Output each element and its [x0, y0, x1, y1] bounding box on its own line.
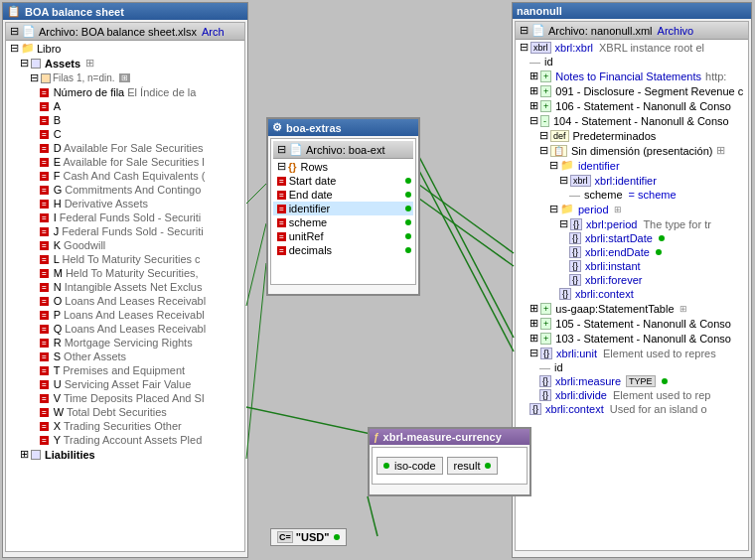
plus-icon: + [540, 70, 551, 82]
dash: — [539, 361, 550, 373]
tree-n[interactable]: = N Intangible Assets Net Exclus [6, 280, 244, 294]
tree-p[interactable]: = P Loans And Leases Receivabl [6, 308, 244, 322]
tree-l[interactable]: = L Held To Maturity Securities c [6, 252, 244, 266]
expand-icon[interactable]: ⊟ [520, 41, 528, 54]
tree-b[interactable]: = B [6, 113, 244, 127]
field-unitref[interactable]: = unitRef [273, 229, 413, 243]
tree-xbrl-period[interactable]: ⊟ {} xbrl:period The type for tr [516, 216, 748, 231]
tree-i[interactable]: = I Federal Funds Sold - Securiti [6, 210, 244, 224]
tree-assets[interactable]: ⊟ Assets ⊞ [6, 56, 244, 70]
tree-f[interactable]: = F Cash And Cash Equivalents ( [6, 169, 244, 183]
expand-icon[interactable]: ⊞ [20, 448, 29, 461]
tree-r[interactable]: = R Mortgage Servicing Rights [6, 336, 244, 350]
tree-xbrl-divide[interactable]: {} xbrli:divide Element used to rep [516, 388, 748, 402]
tree-instant[interactable]: {} xbrli:instant [516, 259, 748, 273]
tree-e[interactable]: = E Available for Sale Securities l [6, 155, 244, 169]
tree-identifier-folder[interactable]: ⊟ 📁 identifier [516, 158, 748, 173]
extras-rows[interactable]: ⊟ {} Rows [273, 159, 413, 174]
expand-icon[interactable]: ⊟ [549, 159, 558, 172]
tree-j[interactable]: = J Federal Funds Sold - Securiti [6, 224, 244, 238]
tree-scheme[interactable]: — scheme = scheme [516, 188, 748, 202]
tree-us-gaap[interactable]: ⊞ + us-gaap:StatementTable ⊞ [516, 301, 748, 316]
expand-icon[interactable]: ⊟ [277, 160, 286, 173]
tree-notes[interactable]: ⊞ + Notes to Financial Statements http: [516, 69, 748, 83]
tree-xbrl-context2[interactable]: {} xbrli:context Used for an island o [516, 402, 748, 416]
tree-libro[interactable]: ⊟ 📁 Libro [6, 41, 244, 56]
tree-w[interactable]: = W Total Debt Securities [6, 405, 244, 419]
expand-icon[interactable]: ⊞ [529, 84, 538, 97]
expand-icon[interactable]: ⊞ [529, 70, 538, 82]
expand-icon[interactable]: ⊟ [20, 57, 29, 70]
expand-icon[interactable]: ⊟ [10, 25, 19, 38]
result-field[interactable]: result [447, 457, 499, 475]
tree-d[interactable]: = D Available For Sale Securities [6, 141, 244, 155]
tree-u[interactable]: = U Servicing Asset Fair Value [6, 377, 244, 391]
tree-forever[interactable]: {} xbrli:forever [516, 273, 748, 287]
tree-xbrl-measure[interactable]: {} xbrli:measure TYPE [516, 374, 748, 388]
expand-icon[interactable]: ⊟ [559, 174, 568, 187]
xbrl-divide-label: xbrli:divide [555, 389, 607, 401]
expand-icon[interactable]: ⊟ [277, 143, 286, 156]
tree-g[interactable]: = G Commitments And Contingo [6, 183, 244, 197]
tree-liabilities[interactable]: ⊞ Liabilities [6, 447, 244, 462]
tree-period-folder[interactable]: ⊟ 📁 period ⊞ [516, 202, 748, 216]
expand-icon[interactable]: ⊟ [559, 217, 568, 230]
expand-icon[interactable]: ⊞ [529, 99, 538, 112]
field-icon: = [40, 227, 49, 236]
expand-icon[interactable]: ⊟ [30, 71, 39, 84]
field-decimals[interactable]: = decimals [273, 243, 413, 257]
field-scheme[interactable]: = scheme [273, 215, 413, 229]
tree-xbrl-context[interactable]: {} xbrli:context [516, 287, 748, 301]
tree-end-date[interactable]: {} xbrli:endDate [516, 245, 748, 259]
expand-icon[interactable]: ⊟ [10, 42, 19, 55]
tree-106[interactable]: ⊞ + 106 - Statement - Nanonull & Conso [516, 98, 748, 113]
expand-icon[interactable]: ⊟ [529, 114, 538, 127]
tree-xbrl-unit[interactable]: ⊟ {} xbrli:unit Element used to repres [516, 346, 748, 360]
expand-icon[interactable]: ⊞ [529, 302, 538, 315]
field-end-date[interactable]: = End date [273, 188, 413, 202]
field-icon: = [40, 186, 49, 195]
iso-code-field[interactable]: iso-code [377, 457, 443, 475]
tree-c[interactable]: = C [6, 127, 244, 141]
103-label: 103 - Statement - Nanonull & Conso [555, 333, 731, 345]
tree-predeterminados[interactable]: ⊟ def Predeterminados [516, 128, 748, 143]
tree-104[interactable]: ⊟ - 104 - Statement - Nanonull & Conso [516, 113, 748, 128]
tree-h[interactable]: = H Derivative Assets [6, 197, 244, 210]
expand-icon[interactable]: ⊟ [539, 144, 548, 157]
tree-num-fila[interactable]: = Número de fila El Índice de la [6, 85, 244, 99]
field-identifier[interactable]: = identifier [273, 202, 413, 215]
tree-s[interactable]: = S Other Assets [6, 350, 244, 363]
usd-box: C= "USD" [270, 528, 347, 546]
xbrl-measure-label: xbrli:measure [555, 375, 621, 387]
expand-icon[interactable]: ⊟ [529, 347, 538, 359]
period-label: period [578, 204, 609, 215]
tree-t[interactable]: = T Premises and Equipment [6, 363, 244, 377]
tree-091[interactable]: ⊞ + 091 - Disclosure - Segment Revenue c [516, 83, 748, 98]
tree-a[interactable]: = A [6, 99, 244, 113]
tree-start-date[interactable]: {} xbrli:startDate [516, 231, 748, 245]
tree-y[interactable]: = Y Trading Account Assets Pled [6, 433, 244, 447]
tree-q[interactable]: = Q Loans And Leases Receivabl [6, 322, 244, 336]
tree-filas[interactable]: ⊟ Filas 1, n=din. ⊞ [6, 70, 244, 85]
expand-icon[interactable]: ⊟ [539, 129, 548, 142]
tree-o[interactable]: = O Loans And Leases Receivabl [6, 294, 244, 308]
v-label: V Time Deposits Placed And SI [54, 392, 205, 404]
tree-105[interactable]: ⊞ + 105 - Statement - Nanonull & Conso [516, 316, 748, 331]
expand-icon[interactable]: ⊞ [529, 332, 538, 345]
expand-icon[interactable]: ⊟ [520, 24, 528, 37]
expand-icon[interactable]: ⊞ [529, 317, 538, 330]
tree-sin-dim[interactable]: ⊟ 📋 Sin dimensión (presentación) ⊞ [516, 143, 748, 158]
tree-v[interactable]: = V Time Deposits Placed And SI [6, 391, 244, 405]
tree-unit-id[interactable]: — id [516, 360, 748, 374]
tree-xbrl-identifier[interactable]: ⊟ xbrl xbrl:identifier [516, 173, 748, 188]
tree-m[interactable]: = M Held To Maturity Securities, [6, 266, 244, 280]
tree-k[interactable]: = K Goodwill [6, 238, 244, 252]
expand-icon[interactable]: ⊟ [549, 203, 558, 215]
field-icon: = [40, 325, 49, 334]
tree-x[interactable]: = X Trading Securities Other [6, 419, 244, 433]
tree-id[interactable]: — id [516, 55, 748, 69]
tree-xbrl-root[interactable]: ⊟ xbrl xbrl:xbrl XBRL instance root el [516, 40, 748, 55]
field-icon: = [40, 380, 49, 389]
tree-103[interactable]: ⊞ + 103 - Statement - Nanonull & Conso [516, 331, 748, 346]
field-start-date[interactable]: = Start date [273, 174, 413, 188]
